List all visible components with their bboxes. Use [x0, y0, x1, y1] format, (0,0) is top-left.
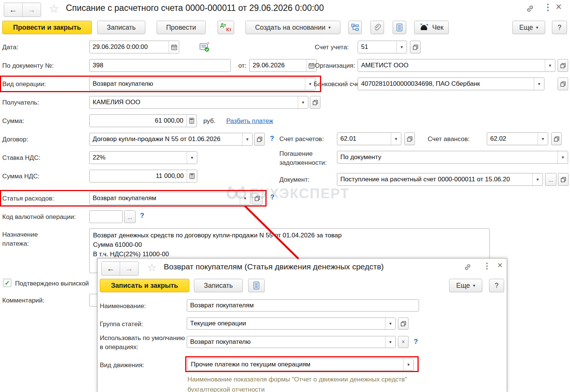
settlement-account-field[interactable]: 62.01 ▾: [337, 132, 401, 145]
dropdown-button[interactable]: ▾: [385, 318, 395, 329]
chevron-down-icon: ▾: [549, 63, 551, 68]
post-button[interactable]: Провести: [157, 21, 206, 34]
child-more-menu-icon[interactable]: ⋮: [483, 262, 491, 270]
open-advances-account-button[interactable]: [551, 132, 562, 145]
contract-field[interactable]: Договор купли-продажи N 55 от 01.06.2026…: [89, 133, 253, 146]
register-records-button[interactable]: [393, 21, 406, 34]
more-label: Еще: [519, 24, 533, 32]
chevron-down-icon: ▾: [407, 362, 410, 367]
child-help-button[interactable]: ?: [489, 279, 504, 292]
dropdown-button[interactable]: ▾: [242, 133, 252, 145]
chevron-down-icon: ▾: [244, 196, 246, 201]
debt-repayment-field[interactable]: По документу ▾: [337, 151, 568, 164]
clear-default-button[interactable]: ×: [398, 336, 408, 348]
name-field[interactable]: Возврат покупателям: [187, 299, 419, 311]
more-button[interactable]: Еще ▾: [512, 21, 545, 34]
dropdown-button[interactable]: ▾: [396, 41, 407, 53]
document-field[interactable]: Поступление на расчетный счет 0000-00001…: [337, 173, 543, 186]
help-button[interactable]: ?: [552, 21, 567, 34]
vat-amount-field[interactable]: 11 000,00: [89, 170, 197, 182]
dropdown-button[interactable]: ▾: [298, 96, 308, 108]
open-icon: [560, 81, 566, 87]
open-organization-button[interactable]: [558, 59, 568, 72]
close-icon[interactable]: ×: [556, 2, 562, 12]
dropdown-button[interactable]: ▾: [391, 133, 401, 145]
account-field[interactable]: 51 ▾: [358, 41, 407, 53]
chevron-down-icon: ▾: [536, 25, 538, 30]
debt-repayment-label: Погашение задолженности:: [279, 149, 336, 167]
open-expense-item-button[interactable]: [252, 192, 262, 205]
amount-field[interactable]: 61 000,00: [89, 114, 197, 127]
watermark-text: БУХЭКСПЕРТ: [250, 186, 350, 202]
dropdown-button[interactable]: ▾: [240, 192, 250, 204]
dropdown-button[interactable]: ▾: [187, 152, 197, 164]
child-more-button[interactable]: Еще ▾: [449, 279, 482, 292]
forward-button[interactable]: →: [22, 3, 41, 17]
open-group-button[interactable]: [398, 318, 408, 330]
receipt-button[interactable]: Чек: [414, 21, 449, 34]
default-operations-field[interactable]: Возврат покупателю ▾: [187, 336, 396, 348]
save-button[interactable]: Записать: [97, 21, 145, 34]
child-favorite-star-icon[interactable]: ☆: [147, 262, 157, 273]
calculator-icon[interactable]: [186, 115, 197, 127]
list-icon: [253, 281, 260, 290]
vat-rate-field[interactable]: 22% ▾: [89, 151, 197, 164]
open-bank-account-button[interactable]: [558, 77, 568, 90]
expense-item-help-icon[interactable]: ?: [270, 193, 274, 201]
child-back-button[interactable]: ←: [102, 262, 120, 275]
calculator-icon[interactable]: [187, 170, 197, 182]
child-forward-button[interactable]: →: [120, 262, 138, 275]
save-and-close-button[interactable]: Записать и закрыть: [100, 279, 189, 292]
child-register-records-button[interactable]: [248, 279, 265, 292]
expense-item-field[interactable]: Возврат покупателям ▾: [89, 192, 250, 205]
confirmed-checkbox[interactable]: ✓: [3, 279, 11, 287]
attachments-button[interactable]: [370, 21, 384, 34]
advances-account-field[interactable]: 62.02 ▾: [487, 132, 548, 145]
get-link-icon[interactable]: [526, 4, 535, 13]
back-icon: ←: [107, 264, 115, 273]
child-save-button[interactable]: Записать: [194, 279, 243, 292]
chevron-down-icon: ▾: [328, 25, 331, 30]
more-menu-icon[interactable]: ⋮: [544, 3, 552, 12]
default-operations-help-icon[interactable]: ?: [414, 338, 418, 346]
group-field[interactable]: Текущие операции ▾: [187, 318, 396, 330]
doc-date-field[interactable]: 29.06.2026: [249, 59, 317, 72]
receipt-label: Чек: [432, 24, 444, 32]
child-get-link-icon[interactable]: [463, 263, 472, 271]
contract-help-icon[interactable]: ?: [270, 135, 274, 143]
open-settlement-account-button[interactable]: [404, 132, 415, 145]
create-based-on-button[interactable]: Создать на основании ▾: [245, 21, 340, 34]
dropdown-button[interactable]: ▾: [534, 78, 544, 90]
calendar-icon[interactable]: [169, 41, 179, 53]
currency-op-code-help-icon[interactable]: ?: [140, 212, 144, 220]
contract-label: Договор:: [2, 136, 28, 143]
dropdown-button[interactable]: ▾: [545, 59, 555, 71]
open-document-button[interactable]: [558, 173, 568, 186]
currency-op-code-field[interactable]: [89, 210, 123, 223]
operation-type-field[interactable]: Возврат покупателю ▾: [89, 77, 315, 90]
dt-kt-postings-button[interactable]: Дт Кт: [218, 21, 234, 34]
bank-account-field[interactable]: 40702810100000034698, ПАО Сбербанк ▾: [358, 77, 544, 90]
child-close-icon[interactable]: ×: [497, 261, 503, 270]
date-field[interactable]: 29.06.2026 0:00:00: [89, 41, 179, 53]
open-contract-button[interactable]: [254, 133, 265, 146]
operation-type-label: Вид операции:: [2, 81, 46, 88]
doc-number-field[interactable]: 398: [89, 59, 231, 72]
dropdown-button[interactable]: ▾: [532, 173, 543, 185]
back-button[interactable]: ←: [4, 3, 22, 17]
choose-code-button[interactable]: ...: [124, 210, 136, 223]
choose-document-button[interactable]: ...: [545, 173, 556, 186]
dropdown-button[interactable]: ▾: [558, 151, 568, 163]
organization-field[interactable]: АМЕТИСТ ООО ▾: [358, 59, 555, 72]
post-and-close-button[interactable]: Провести и закрыть: [2, 21, 92, 34]
open-account-button[interactable]: [410, 41, 421, 53]
movement-type-field[interactable]: Прочие платежи по текущим операциям ▾: [187, 359, 414, 371]
recipient-field[interactable]: КАМЕЛИЯ ООО ▾: [89, 96, 308, 109]
structure-report-button[interactable]: [348, 21, 362, 34]
favorite-star-icon[interactable]: ☆: [49, 3, 59, 14]
dropdown-button[interactable]: ▾: [385, 336, 395, 348]
dropdown-button[interactable]: ▾: [538, 133, 548, 145]
split-payment-link[interactable]: Разбить платеж: [226, 117, 273, 125]
open-recipient-button[interactable]: [310, 96, 320, 109]
dropdown-button[interactable]: ▾: [403, 359, 413, 370]
